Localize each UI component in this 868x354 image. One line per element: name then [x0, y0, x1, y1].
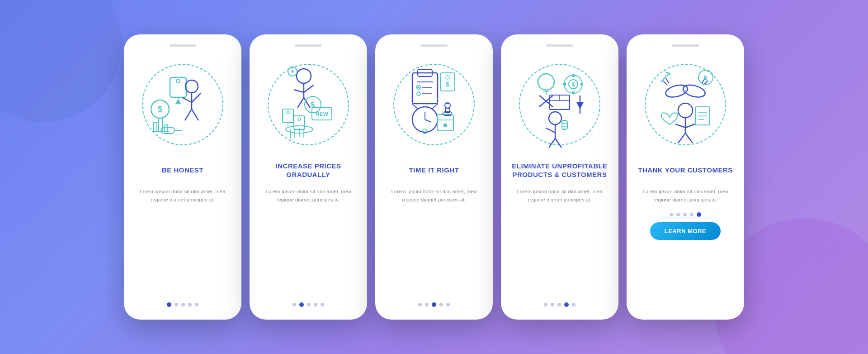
svg-point-59: [423, 129, 427, 134]
illustration-svg-2: + NEW: [263, 59, 354, 150]
dot-5-3[interactable]: [690, 213, 693, 216]
svg-line-96: [665, 78, 669, 83]
svg-rect-87: [562, 120, 567, 129]
dot-1-1[interactable]: [175, 303, 178, 306]
speaker-3: [420, 44, 448, 47]
dot-3-0[interactable]: [418, 303, 422, 306]
dot-4-0[interactable]: [544, 303, 547, 306]
illustration-svg-4: $: [514, 59, 605, 150]
svg-point-18: [297, 69, 311, 83]
speaker-1: [169, 44, 196, 47]
svg-rect-16: [164, 125, 168, 132]
dot-3-1[interactable]: [425, 303, 429, 306]
dot-4-4[interactable]: [572, 303, 576, 306]
svg-line-105: [675, 124, 685, 128]
dot-2-1[interactable]: [299, 302, 304, 307]
svg-rect-75: [572, 74, 575, 77]
dot-4-1[interactable]: [551, 303, 554, 306]
dot-1-0[interactable]: [167, 302, 171, 307]
dot-4-3[interactable]: [564, 302, 569, 307]
phone-1: $ BE HONEST Lorem ipsum dolor sit dim am…: [124, 34, 241, 320]
illustration-5: $: [636, 55, 735, 154]
svg-point-94: [682, 83, 707, 99]
dots-3: [418, 302, 450, 307]
svg-point-45: [417, 92, 420, 96]
svg-point-84: [549, 112, 561, 124]
card-title-3: TIME IT RIGHT: [409, 159, 459, 182]
svg-point-32: [298, 118, 301, 120]
svg-rect-40: [412, 73, 438, 104]
dots-4: [544, 302, 576, 307]
dots-1: [167, 302, 198, 307]
card-body-1: Lorem ipsum dolor sit dim amet, mea regi…: [132, 188, 233, 294]
svg-text:$: $: [704, 74, 708, 81]
dot-2-3[interactable]: [314, 303, 317, 306]
svg-point-4: [185, 80, 198, 93]
card-body-2: Lorem ipsum dolor sit dim amet, mea regi…: [258, 188, 359, 294]
svg-line-106: [685, 124, 695, 128]
illustration-2: + NEW: [259, 55, 358, 154]
dot-5-1[interactable]: [676, 213, 680, 216]
dots-2: [292, 302, 324, 307]
svg-line-61: [432, 104, 438, 109]
phone-3: $: [375, 34, 493, 320]
svg-line-9: [192, 109, 198, 120]
card-title-1: BE HONEST: [162, 159, 203, 182]
card-title-5: THANK YOUR CUSTOMERS: [638, 159, 732, 182]
svg-point-29: [287, 111, 289, 114]
dot-5-2[interactable]: [683, 213, 687, 216]
illustration-svg-3: $: [389, 59, 479, 150]
illustration-3: $: [384, 55, 484, 154]
illustration-1: $: [133, 55, 232, 154]
dot-2-2[interactable]: [307, 303, 311, 306]
card-title-2: INCREASE PRICES GRADUALLY: [258, 159, 359, 182]
svg-rect-78: [580, 83, 583, 86]
svg-rect-62: [437, 115, 453, 131]
svg-text:+: +: [291, 67, 294, 75]
svg-line-108: [685, 133, 693, 143]
svg-point-1: [176, 79, 180, 83]
dot-3-2[interactable]: [432, 302, 436, 307]
dot-5-4[interactable]: [697, 212, 701, 217]
svg-rect-66: [443, 124, 447, 127]
svg-line-101: [660, 73, 670, 82]
illustration-svg-5: $: [640, 59, 731, 150]
svg-line-107: [678, 133, 685, 143]
dot-2-0[interactable]: [292, 303, 296, 306]
dot-1-2[interactable]: [181, 303, 185, 306]
svg-line-8: [185, 109, 192, 120]
svg-marker-3: [175, 99, 181, 104]
svg-text:$: $: [158, 105, 162, 114]
svg-point-50: [446, 76, 449, 79]
svg-line-60: [412, 104, 418, 109]
svg-rect-14: [153, 123, 157, 132]
card-title-4: ELIMINATE UNPROFITABLE PRODUCTS & CUSTOM…: [509, 159, 610, 182]
svg-marker-83: [576, 102, 584, 109]
svg-point-103: [678, 103, 693, 118]
learn-more-button[interactable]: LEARN MORE: [650, 222, 721, 240]
illustration-4: $: [510, 55, 609, 154]
svg-line-23: [304, 85, 314, 92]
speaker-2: [295, 44, 322, 47]
dot-1-4[interactable]: [195, 303, 198, 306]
svg-rect-77: [563, 83, 566, 86]
dot-5-0[interactable]: [670, 213, 673, 216]
svg-rect-15: [159, 118, 162, 132]
speaker-5: [672, 44, 699, 47]
speaker-4: [546, 44, 573, 47]
dot-1-3[interactable]: [188, 303, 192, 306]
svg-line-22: [294, 90, 304, 92]
dot-4-2[interactable]: [557, 303, 561, 306]
phone-5: $: [627, 34, 744, 320]
dot-2-4[interactable]: [321, 303, 324, 306]
svg-line-86: [546, 128, 555, 133]
svg-line-6: [183, 98, 192, 102]
svg-line-92: [555, 139, 561, 148]
phones-container: $ BE HONEST Lorem ipsum dolor sit dim am…: [124, 34, 744, 320]
svg-line-91: [549, 139, 555, 148]
dot-3-3[interactable]: [439, 303, 443, 306]
phone-2: + NEW: [250, 34, 367, 320]
card-body-4: Lorem ipsum dolor sit dim amet, mea regi…: [509, 188, 610, 294]
dot-3-4[interactable]: [446, 303, 450, 306]
svg-text:$: $: [572, 81, 575, 88]
